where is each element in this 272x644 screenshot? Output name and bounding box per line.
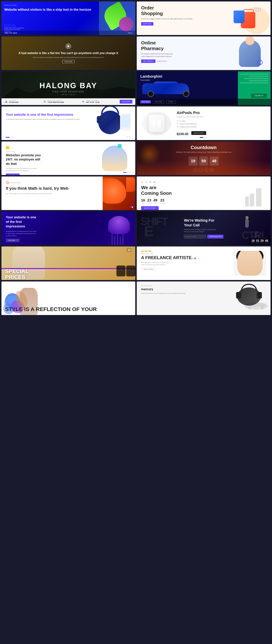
- card-coming-soon: f t in ▶ We are Coming Soon 16 Day 23 Ho…: [137, 176, 270, 210]
- take-quiz-label[interactable]: Take Our Quiz: [4, 32, 17, 34]
- add-to-cart-button[interactable]: ADD TO CART: [191, 131, 206, 135]
- card-description: Experience premium sound quality with no…: [141, 292, 232, 294]
- pharmacy-image: [234, 40, 266, 66]
- phone-screen: [121, 115, 130, 128]
- doctor-head: [245, 36, 254, 45]
- page-indicator: 01 / 03: [126, 136, 131, 138]
- page-dot-inactive[interactable]: [132, 206, 133, 208]
- find-adventure: FIND YOUR ADVENTURE: [40, 91, 97, 93]
- subscribe-button[interactable]: SUBSCRIBE NOW: [207, 235, 223, 238]
- feature-item-1: ✓ H1 Chip: [176, 120, 265, 122]
- card-headline: If you think Math is hard, try Web: [6, 186, 98, 191]
- card-headline: Your website is one of the first impress…: [6, 215, 38, 229]
- email-input[interactable]: [184, 235, 206, 238]
- explore-button[interactable]: EXPLORE →: [6, 174, 20, 175]
- nav-dot-2[interactable]: [127, 172, 129, 173]
- card-description: Reported stress. Nothing in world it's c…: [141, 262, 170, 266]
- airpods-features: ✓ H1 Chip ✓ Super Tiny WT Waterproof ✓ S…: [176, 120, 265, 128]
- airpod-right: [158, 119, 161, 128]
- social-icon-2[interactable]: [8, 24, 11, 27]
- card-special-prices: SPECIAL PRICES 03: [2, 246, 135, 280]
- bulb-icon: [6, 146, 10, 150]
- feature-text-3: Sweat and dust resistance: [180, 126, 197, 128]
- nav-dot-1[interactable]: [123, 172, 126, 173]
- page-dot-active[interactable]: [130, 206, 131, 208]
- card-description: There are always new thoughts and ideas …: [18, 56, 118, 58]
- social-tw[interactable]: t: [199, 168, 203, 172]
- card-headline: A bad website is like a flat tire You ca…: [18, 51, 118, 55]
- check-icon-1: ✓: [176, 120, 179, 122]
- card-headline: We're Waiting For Your Call: [184, 218, 220, 228]
- social-icon-1[interactable]: [4, 24, 7, 27]
- nav-dot-3[interactable]: [130, 172, 131, 173]
- waiting-call-content: We're Waiting For Your Call Reported str…: [180, 214, 227, 242]
- car-wheel-left: [148, 91, 154, 97]
- card-headline: SPECIAL PRICES: [5, 268, 38, 280]
- brand-label: Ocean Park: [4, 4, 96, 6]
- explore-button[interactable]: EXPLORE →: [6, 239, 20, 242]
- social-icon-f[interactable]: f: [141, 181, 144, 183]
- explore-button[interactable]: EXPLORE: [153, 100, 164, 104]
- get-started-button[interactable]: GET STARTED: [141, 60, 156, 63]
- card-headphones-2: headphones mancory Experience premium so…: [137, 282, 270, 315]
- feature-text-1: H1 Chip: [180, 120, 185, 122]
- card-math-web: Benchmark Expert If you think Math is ha…: [2, 176, 135, 210]
- card-headline: mancory: [141, 288, 232, 291]
- social-icon-3[interactable]: [12, 24, 15, 27]
- card-bottom-bar: Take Our Quiz More: [2, 31, 135, 35]
- nav-dot-inactive-1[interactable]: [10, 137, 12, 138]
- card-headline: Websites promote you 24/7: no employee w…: [6, 153, 42, 166]
- person-jump: [242, 215, 252, 233]
- shop-now-button[interactable]: SHOP NOW: [141, 22, 154, 26]
- countdown-content: Countdown Nothing in this world without …: [172, 142, 235, 175]
- more-link[interactable]: More: [128, 32, 132, 34]
- address-label: ADDR FROM - ADDR TO: [48, 100, 64, 102]
- buy-now-button[interactable]: BUY NOW: [140, 100, 151, 103]
- cs-hours: 23 Hours: [147, 198, 152, 204]
- social-f[interactable]: f: [194, 168, 198, 172]
- address-icon: ✈️: [43, 100, 46, 104]
- cs-minutes: 49 Mins: [154, 198, 158, 204]
- product-dots: [200, 137, 208, 138]
- social-yt[interactable]: yt: [210, 168, 214, 172]
- social-icon-tw[interactable]: t: [145, 181, 148, 183]
- svg-point-8: [261, 307, 264, 310]
- accent-bar-1: [141, 251, 144, 252]
- see-all-button[interactable]: SEE ALL WORKS: [141, 268, 156, 271]
- strip-seconds-lbl: SECS: [260, 242, 264, 244]
- search-button[interactable]: SEARCH: [251, 94, 267, 98]
- discover-button[interactable]: DISCOVER: [120, 100, 132, 104]
- social-icon-in[interactable]: in: [149, 181, 152, 183]
- transforms-value: GET 31.09 - 00.49: [86, 102, 99, 103]
- learn-more-link[interactable]: LEARN MORE →: [157, 60, 168, 62]
- promote-text: BOOTSTRAP Websites promote you 24/7: no …: [6, 146, 98, 171]
- strip-seconds: 29 SECS: [260, 239, 264, 244]
- check-icon-2: ✓: [176, 123, 179, 125]
- strip-hours: 16 HOURS: [251, 239, 255, 244]
- scroll-button[interactable]: SCROLL: [166, 100, 176, 104]
- person-body: [245, 219, 249, 228]
- tentacle-2: [114, 236, 115, 245]
- social-in[interactable]: in: [204, 168, 208, 172]
- cs-days-label: Day: [141, 202, 145, 204]
- sunglass-person-1: [116, 266, 126, 276]
- svg-point-7: [248, 307, 251, 310]
- building-2: [250, 194, 254, 206]
- card-freelance-artiste: HELLO I'M A FREELANCE ARTISTE. Reported …: [137, 246, 270, 280]
- freelance-image: [234, 251, 266, 276]
- read-more-button[interactable]: READ MORE: [62, 60, 74, 63]
- strip-extra-lbl: EXTRA: [265, 242, 268, 244]
- nav-dots: [123, 172, 131, 173]
- style-content: STYLE IS A REFLECTION OF YOUR: [2, 303, 135, 315]
- nav-dot-inactive-2[interactable]: [12, 137, 14, 138]
- nav-dot-active[interactable]: [6, 137, 10, 138]
- phone-card: [120, 114, 131, 130]
- social-icon-yt[interactable]: ▶: [153, 181, 156, 183]
- card-websites-promote: BOOTSTRAP Websites promote you 24/7: no …: [2, 142, 135, 175]
- card-pharmacy: Online Pharmacy We handle everything fro…: [137, 36, 270, 70]
- play-button[interactable]: [66, 43, 71, 49]
- back-to-home-button[interactable]: BACK TO HOME: [141, 206, 159, 210]
- slide-number: 03: [126, 248, 132, 252]
- svg-rect-6: [247, 303, 265, 307]
- strip-minutes-num: 01: [256, 239, 259, 242]
